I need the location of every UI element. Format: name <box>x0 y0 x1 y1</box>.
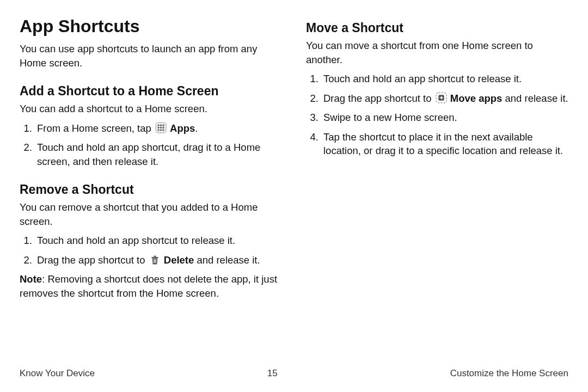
section-heading-add: Add a Shortcut to a Home Screen <box>20 84 282 99</box>
step-text: . <box>195 122 198 134</box>
svg-rect-10 <box>151 257 158 258</box>
add-steps-list: From a Home screen, tap Apps. Touch and <box>20 121 282 169</box>
apps-label: Apps <box>170 122 195 134</box>
svg-rect-13 <box>154 259 155 263</box>
list-item: Touch and hold an app shortcut, drag it … <box>35 140 282 168</box>
section-heading-move: Move a Shortcut <box>306 21 568 35</box>
intro-paragraph: You can use app shortcuts to launch an a… <box>20 42 282 70</box>
svg-point-6 <box>162 127 164 128</box>
move-steps-list: Touch and hold an app shortcut to releas… <box>306 72 568 158</box>
note-label: Note <box>20 273 42 285</box>
step-text: From a Home screen, tap <box>37 122 154 134</box>
svg-rect-12 <box>154 259 154 263</box>
delete-label: Delete <box>164 254 194 266</box>
page-footer: Know Your Device 15 Customize the Home S… <box>20 368 568 379</box>
footer-right: Customize the Home Screen <box>450 368 568 379</box>
step-text: Drag the app shortcut to <box>37 254 148 266</box>
svg-point-1 <box>158 124 160 126</box>
note-body: : Removing a shortcut does not delete th… <box>20 273 277 299</box>
list-item: Drag the app shortcut to Move apps and r… <box>321 91 568 106</box>
add-intro: You can add a shortcut to a Home screen. <box>20 102 282 116</box>
remove-intro: You can remove a shortcut that you added… <box>20 200 282 228</box>
svg-point-5 <box>160 127 162 128</box>
svg-point-8 <box>160 129 162 131</box>
apps-grid-icon <box>155 122 167 133</box>
page-title: App Shortcuts <box>20 16 282 36</box>
svg-rect-11 <box>154 255 156 256</box>
remove-steps-list: Touch and hold an app shortcut to releas… <box>20 234 282 267</box>
list-item: Tap the shortcut to place it in the next… <box>321 130 568 158</box>
move-intro: You can move a shortcut from one Home sc… <box>306 39 568 66</box>
list-item: Drag the app shortcut to <box>35 253 282 267</box>
move-apps-label: Move apps <box>450 93 503 104</box>
step-text: and release it. <box>194 254 260 266</box>
move-apps-icon <box>436 92 447 103</box>
svg-point-9 <box>162 129 164 131</box>
page-number: 15 <box>267 368 278 379</box>
section-heading-remove: Remove a Shortcut <box>20 182 282 197</box>
two-column-layout: App Shortcuts You can use app shortcuts … <box>20 16 568 305</box>
right-column: Move a Shortcut You can move a shortcut … <box>306 16 568 305</box>
svg-point-4 <box>158 127 160 128</box>
trash-icon <box>149 254 161 266</box>
svg-point-2 <box>160 124 162 126</box>
svg-point-3 <box>162 124 164 126</box>
list-item: Swipe to a new Home screen. <box>321 111 568 125</box>
remove-note: Note: Removing a shortcut does not delet… <box>20 272 282 300</box>
list-item: Touch and hold an app shortcut to releas… <box>35 234 282 248</box>
list-item: From a Home screen, tap Apps. <box>35 121 282 136</box>
footer-left: Know Your Device <box>20 368 95 379</box>
step-text: Drag the app shortcut to <box>323 93 434 104</box>
step-text: and release it. <box>502 93 568 104</box>
left-column: App Shortcuts You can use app shortcuts … <box>20 16 282 305</box>
list-item: Touch and hold an app shortcut to releas… <box>321 72 568 86</box>
svg-rect-14 <box>155 259 156 263</box>
manual-page: App Shortcuts You can use app shortcuts … <box>0 0 588 392</box>
svg-point-7 <box>158 129 160 131</box>
